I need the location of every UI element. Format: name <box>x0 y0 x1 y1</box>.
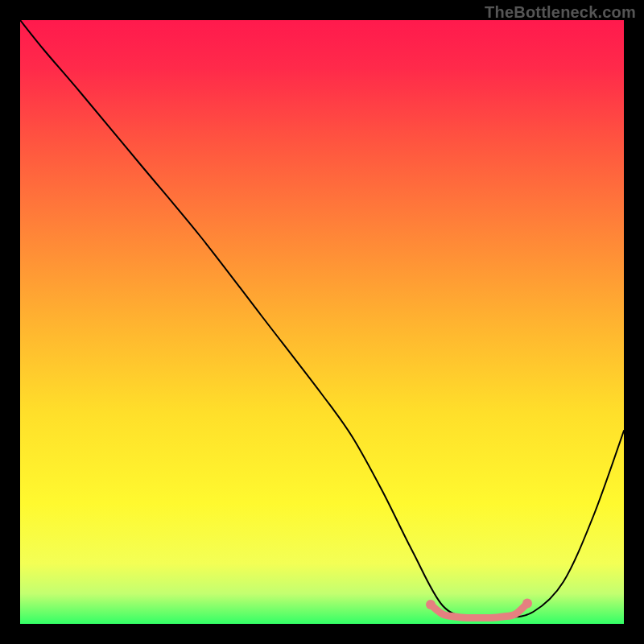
watermark-text: TheBottleneck.com <box>485 3 636 22</box>
chart-svg <box>20 20 624 624</box>
highlight-end-marker <box>522 599 532 609</box>
highlight-start-marker <box>426 600 436 609</box>
gradient-background <box>20 20 624 624</box>
plot-area <box>20 20 624 624</box>
chart-frame: TheBottleneck.com <box>0 0 644 644</box>
